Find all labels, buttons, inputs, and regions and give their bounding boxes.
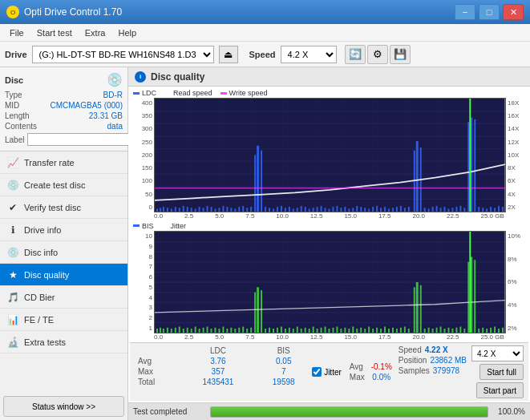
- svg-rect-113: [160, 328, 161, 333]
- y2-3: 3: [149, 304, 152, 311]
- stats-avg-bis: 0.05: [255, 356, 312, 366]
- nav-verify-test-disc-label: Verify test disc: [24, 203, 81, 212]
- toolbar-icon-1[interactable]: 🔄: [345, 45, 366, 64]
- svg-rect-150: [305, 328, 306, 333]
- disc-label-input[interactable]: [27, 133, 134, 146]
- maximize-button[interactable]: □: [479, 4, 500, 20]
- y1-300: 300: [142, 125, 152, 132]
- svg-rect-55: [332, 207, 334, 212]
- nav-verify-test-disc[interactable]: ✔ Verify test disc: [0, 196, 127, 219]
- y2r-2pct: 2%: [508, 325, 517, 332]
- menu-extra[interactable]: Extra: [79, 26, 112, 39]
- y2-9: 9: [149, 243, 152, 250]
- close-button[interactable]: ✕: [503, 4, 524, 20]
- svg-rect-149: [301, 329, 302, 333]
- eject-button[interactable]: ⏏: [219, 46, 238, 63]
- title-bar: O Opti Drive Control 1.70 − □ ✕: [0, 0, 530, 24]
- nav-create-test-disc[interactable]: 💿 Create test disc: [0, 174, 127, 196]
- y1r-16x: 16X: [508, 112, 519, 119]
- disc-panel-title: Disc: [5, 75, 23, 85]
- status-window-label: Status window >>: [32, 402, 95, 411]
- drive-select[interactable]: (G:) HL-DT-ST BD-RE WH16NS48 1.D3: [32, 46, 214, 63]
- svg-rect-112: [156, 329, 158, 333]
- toolbar-icon-3[interactable]: 💾: [390, 45, 411, 64]
- svg-rect-71: [396, 207, 398, 212]
- svg-rect-17: [183, 206, 184, 212]
- toolbar-icon-2[interactable]: ⚙: [367, 45, 388, 64]
- menu-help[interactable]: Help: [111, 26, 143, 39]
- svg-rect-48: [305, 207, 306, 212]
- minimize-button[interactable]: −: [455, 4, 475, 20]
- nav-disc-quality[interactable]: ★ Disc quality: [0, 264, 127, 286]
- type-value: BD-R: [103, 91, 123, 99]
- svg-rect-199: [498, 329, 500, 333]
- y2-1: 1: [149, 325, 152, 332]
- svg-rect-11: [160, 208, 161, 212]
- start-full-button[interactable]: Start full: [479, 364, 524, 380]
- svg-rect-29: [230, 208, 232, 212]
- bottom-chart-x-axis: 0.0 2.5 5.0 7.5 10.0 12.5 15.0 17.5 20.0…: [130, 333, 528, 341]
- bottom-chart-legend: BIS Jitter: [130, 221, 528, 231]
- svg-rect-179: [420, 285, 422, 333]
- y2-6: 6: [149, 273, 152, 281]
- svg-rect-75: [416, 141, 419, 212]
- svg-rect-81: [436, 206, 438, 212]
- svg-rect-160: [344, 328, 346, 333]
- svg-rect-22: [203, 208, 204, 212]
- svg-rect-35: [257, 146, 259, 212]
- menu-file[interactable]: File: [3, 26, 30, 39]
- chart-header: i Disc quality: [128, 67, 530, 87]
- stats-max-bis: 7: [255, 366, 312, 377]
- speed-select[interactable]: 4.2 X: [281, 46, 337, 63]
- nav-disc-info[interactable]: 💿 Disc info: [0, 241, 127, 264]
- window-controls: − □ ✕: [455, 4, 524, 20]
- svg-rect-115: [167, 328, 168, 333]
- svg-rect-73: [404, 208, 406, 212]
- contents-value: data: [107, 122, 123, 131]
- start-part-button[interactable]: Start part: [476, 382, 524, 398]
- nav-extra-tests[interactable]: 🔬 Extra tests: [0, 331, 127, 353]
- stats-bar: LDC BIS Avg 3.76 0.05 Max: [130, 342, 528, 401]
- svg-rect-62: [360, 207, 362, 212]
- svg-rect-161: [348, 329, 350, 333]
- nav-drive-info[interactable]: ℹ Drive info: [0, 219, 127, 241]
- svg-rect-130: [226, 329, 228, 333]
- stats-header-ldc: LDC: [181, 345, 256, 356]
- svg-rect-151: [309, 329, 310, 333]
- nav-fe-te[interactable]: 📊 FE / TE: [0, 309, 127, 331]
- speed-stat-label: Speed: [399, 345, 422, 354]
- svg-rect-58: [344, 207, 346, 212]
- svg-rect-197: [490, 328, 492, 333]
- svg-rect-86: [455, 207, 457, 212]
- cd-bier-icon: 🎵: [6, 291, 19, 304]
- jitter-label: Jitter: [324, 368, 342, 377]
- svg-rect-143: [277, 328, 278, 333]
- svg-rect-31: [238, 207, 240, 212]
- svg-rect-175: [404, 326, 406, 333]
- status-window-button[interactable]: Status window >>: [3, 396, 124, 417]
- nav-transfer-rate[interactable]: 📈 Transfer rate: [0, 151, 127, 174]
- svg-rect-172: [392, 328, 394, 333]
- nav-cd-bier[interactable]: 🎵 CD Bier: [0, 286, 127, 309]
- y2-7: 7: [149, 263, 152, 270]
- y2r-6pct: 6%: [508, 278, 517, 285]
- svg-rect-191: [467, 262, 469, 333]
- nav-disc-quality-label: Disc quality: [24, 270, 69, 280]
- svg-rect-196: [486, 329, 488, 333]
- svg-rect-127: [214, 328, 216, 333]
- menu-start-test[interactable]: Start test: [30, 26, 79, 39]
- svg-rect-163: [356, 329, 358, 333]
- svg-rect-66: [376, 206, 378, 212]
- svg-rect-65: [372, 207, 374, 212]
- speed-dropdown[interactable]: 4.2 X: [471, 345, 524, 361]
- svg-rect-61: [356, 206, 358, 212]
- svg-rect-68: [384, 207, 386, 212]
- jitter-checkbox[interactable]: [312, 367, 322, 377]
- svg-rect-166: [368, 326, 370, 333]
- progress-label: Test completed: [133, 407, 205, 416]
- y1r-12x: 12X: [508, 139, 519, 146]
- nav-cd-bier-label: CD Bier: [24, 293, 55, 302]
- svg-rect-162: [352, 326, 354, 333]
- mid-label: MID: [5, 101, 19, 110]
- svg-rect-44: [289, 207, 290, 212]
